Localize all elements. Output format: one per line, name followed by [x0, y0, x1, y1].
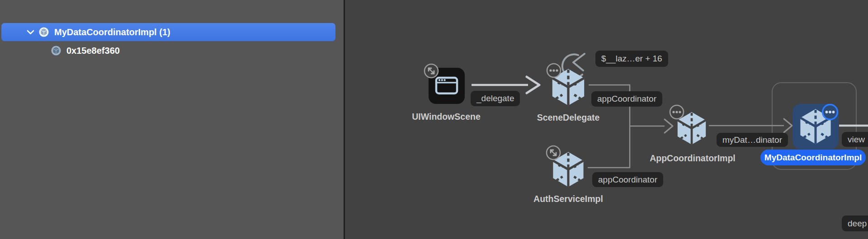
edge-label-delegate[interactable]: _delegate — [471, 91, 520, 106]
edge-label-mydatacoordinator[interactable]: myDat…dinator — [717, 133, 788, 147]
edge-label-deep[interactable]: deep — [842, 216, 868, 231]
node-label-authserviceimpl: AuthServiceImpl — [519, 194, 618, 204]
edge-label-view[interactable]: view — [842, 132, 868, 147]
ellipsis-badge-blue-icon[interactable] — [821, 103, 839, 121]
node-label-appcoordinatorimpl: AppCoordinatorImpl — [643, 153, 742, 164]
ellipsis-badge-icon[interactable] — [669, 104, 685, 120]
node-label-uiwindowscene: UIWindowScene — [396, 112, 496, 122]
expand-arrows-badge-icon[interactable] — [545, 145, 561, 161]
node-label-scenedelegate: SceneDelegate — [519, 112, 618, 123]
memory-graph-debugger: MyDataCoordinatorImpl (1) 0x15e8ef360 — [0, 0, 868, 239]
expand-arrows-badge-icon[interactable] — [423, 63, 439, 79]
edge-label-appcoordinator-top[interactable]: appCoordinator — [591, 91, 662, 107]
edge-label-lazy[interactable]: $__laz…er + 16 — [595, 51, 668, 67]
edge-label-appcoordinator-bottom[interactable]: appCoordinator — [592, 172, 663, 187]
selected-node-label[interactable]: MyDataCoordinatorImpl — [760, 150, 866, 165]
edge-delegate-arrowhead — [527, 77, 539, 93]
ellipsis-badge-icon[interactable] — [546, 62, 562, 79]
